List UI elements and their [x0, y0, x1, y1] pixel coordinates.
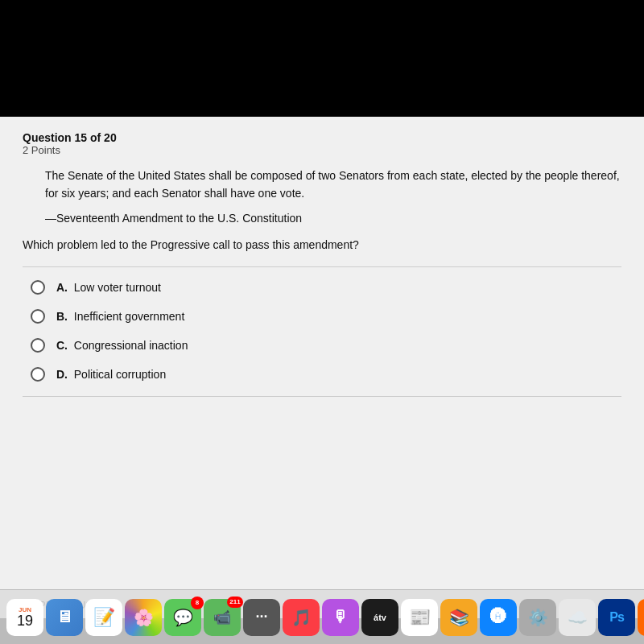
- option-a-label: A. Low voter turnout: [56, 281, 161, 294]
- dock-notes[interactable]: 📝: [85, 599, 122, 636]
- appstore-icon: 🅐: [490, 608, 506, 626]
- notes-icon: 📝: [93, 607, 115, 628]
- option-c[interactable]: C. Congressional inaction: [31, 338, 621, 353]
- dock-news[interactable]: 📰: [401, 599, 438, 636]
- messages-badge: 8: [191, 597, 204, 609]
- option-b[interactable]: B. Inefficient government: [31, 309, 621, 324]
- option-a[interactable]: A. Low voter turnout: [31, 280, 621, 295]
- books-icon: 📚: [449, 608, 469, 627]
- screen: Question 15 of 20 2 Points The Senate of…: [0, 0, 644, 644]
- content-area: Question 15 of 20 2 Points The Senate of…: [0, 117, 644, 592]
- quote-source: —Seventeenth Amendment to the U.S. Const…: [45, 212, 621, 225]
- bottom-divider: [23, 396, 621, 397]
- option-b-label: B. Inefficient government: [56, 310, 184, 323]
- question-header: Question 15 of 20 2 Points: [23, 131, 621, 156]
- icloud-icon: ☁️: [568, 608, 588, 627]
- option-c-label: C. Congressional inaction: [56, 339, 188, 352]
- quote-block: The Senate of the United States shall be…: [45, 167, 621, 225]
- option-d[interactable]: D. Political corruption: [31, 367, 621, 382]
- appletv-label: átv: [374, 613, 386, 622]
- dock-facetime[interactable]: 📹 211: [204, 599, 241, 636]
- dock-messages[interactable]: 💬 8: [164, 599, 201, 636]
- dock-books[interactable]: 📚: [440, 599, 477, 636]
- dock-illustrator[interactable]: Ai: [638, 599, 644, 636]
- dock-photoshop[interactable]: Ps: [598, 599, 635, 636]
- options-list: A. Low voter turnout B. Inefficient gove…: [31, 280, 621, 382]
- question-number: Question 15 of 20: [23, 131, 621, 144]
- dock-appletv[interactable]: átv: [361, 599, 398, 636]
- radio-d[interactable]: [31, 367, 45, 382]
- music-icon: 🎵: [291, 608, 312, 627]
- radio-a[interactable]: [31, 280, 45, 295]
- option-d-label: D. Political corruption: [56, 368, 166, 381]
- dock-appstore[interactable]: 🅐: [480, 599, 517, 636]
- dock-calendar-day: 19: [17, 613, 33, 628]
- radio-c[interactable]: [31, 338, 45, 353]
- dock-bar: JUN 19 🖥 📝 🌸 💬 8 📹 211 ···: [0, 589, 644, 644]
- news-icon: 📰: [409, 607, 431, 628]
- dock-calendar[interactable]: JUN 19: [6, 599, 43, 636]
- dock-more[interactable]: ···: [243, 599, 280, 636]
- dock-finder[interactable]: 🖥: [46, 599, 83, 636]
- finder-icon: 🖥: [56, 608, 72, 626]
- dock-settings[interactable]: ⚙️: [519, 599, 556, 636]
- question-text: Which problem led to the Progressive cal…: [23, 237, 621, 254]
- settings-icon: ⚙️: [528, 608, 548, 627]
- dock-icloud[interactable]: ☁️: [559, 599, 596, 636]
- divider: [23, 266, 621, 267]
- photoshop-label: Ps: [609, 610, 624, 625]
- messages-icon: 💬: [173, 608, 193, 627]
- quote-text: The Senate of the United States shall be…: [45, 167, 621, 202]
- facetime-badge: 211: [227, 597, 243, 608]
- dock-podcasts[interactable]: 🎙: [322, 599, 359, 636]
- dock-music[interactable]: 🎵: [283, 599, 320, 636]
- podcasts-icon: 🎙: [332, 608, 349, 626]
- top-bezel: [0, 0, 644, 117]
- radio-b[interactable]: [31, 309, 45, 324]
- photos-icon: 🌸: [134, 608, 154, 627]
- question-points: 2 Points: [23, 144, 621, 156]
- dock-photos[interactable]: 🌸: [125, 599, 162, 636]
- facetime-icon: 📹: [213, 609, 231, 626]
